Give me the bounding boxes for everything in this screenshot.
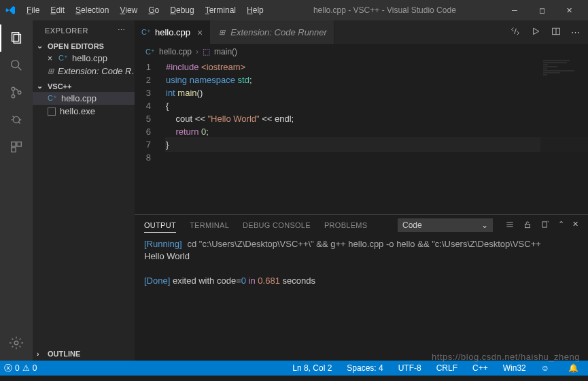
- search-icon[interactable]: [0, 52, 33, 79]
- status-errors[interactable]: ⓧ 0 ⚠ 0: [0, 361, 41, 376]
- ext-icon: ⊞: [217, 28, 226, 37]
- svg-marker-16: [534, 28, 539, 34]
- svg-rect-0: [12, 33, 19, 42]
- svg-rect-23: [542, 222, 547, 227]
- outline-header[interactable]: ›OUTLINE: [33, 348, 135, 359]
- status-target[interactable]: Win32: [499, 363, 530, 373]
- vscode-icon: [5, 5, 16, 16]
- svg-rect-1: [14, 35, 20, 44]
- more-icon[interactable]: ⋯: [118, 26, 126, 35]
- status-bar: ⓧ 0 ⚠ 0 Ln 8, Col 2 Spaces: 4 UTF-8 CRLF…: [0, 361, 588, 376]
- menu-edit[interactable]: Edit: [46, 3, 69, 18]
- svg-line-10: [13, 116, 15, 118]
- cpp-icon: C⁺: [145, 47, 155, 56]
- panel-tab-problems[interactable]: PROBLEMS: [324, 218, 368, 232]
- output-body[interactable]: [Running] cd "c:\Users\Z\Desktop\VSC++\"…: [135, 235, 588, 361]
- svg-rect-14: [12, 148, 16, 152]
- bottom-panel: OUTPUTTERMINALDEBUG CONSOLEPROBLEMS Code…: [135, 214, 588, 361]
- cpp-icon: C⁺: [141, 28, 151, 37]
- minimap[interactable]: [540, 59, 588, 214]
- status-encoding[interactable]: UTF-8: [394, 363, 426, 373]
- menu-help[interactable]: Help: [242, 3, 269, 18]
- split-icon[interactable]: [551, 26, 561, 39]
- svg-line-11: [18, 122, 20, 124]
- status-cursor[interactable]: Ln 8, Col 2: [288, 363, 336, 373]
- more-icon[interactable]: ⋯: [571, 27, 580, 37]
- status-language[interactable]: C++: [468, 363, 492, 373]
- minimize-button[interactable]: ─: [501, 0, 528, 20]
- editor-tab[interactable]: C⁺hello.cpp×: [135, 20, 210, 44]
- run-icon[interactable]: [530, 26, 541, 39]
- cpp-icon: C⁺: [48, 94, 57, 103]
- open-editor-item[interactable]: ×C⁺hello.cpp: [33, 52, 135, 65]
- svg-point-5: [12, 95, 15, 98]
- status-eol[interactable]: CRLF: [432, 363, 462, 373]
- status-spaces[interactable]: Spaces: 4: [343, 363, 387, 373]
- output-filter-select[interactable]: Code⌄: [398, 218, 493, 232]
- svg-point-4: [12, 87, 15, 90]
- open-editors-header[interactable]: ⌄OPEN EDITORS: [33, 40, 135, 52]
- chevron-down-icon: ⌄: [481, 220, 488, 230]
- explorer-icon[interactable]: [0, 24, 33, 52]
- close-icon[interactable]: ×: [48, 54, 52, 63]
- menu-terminal[interactable]: Terminal: [201, 3, 241, 18]
- compare-icon[interactable]: [510, 26, 521, 39]
- close-panel-icon[interactable]: ✕: [572, 220, 578, 231]
- svg-line-24: [548, 221, 549, 222]
- panel-tab-terminal[interactable]: TERMINAL: [190, 218, 229, 232]
- extensions-icon[interactable]: [0, 133, 33, 161]
- panel-tab-debug-console[interactable]: DEBUG CONSOLE: [243, 218, 311, 232]
- svg-point-2: [12, 61, 19, 68]
- symbol-icon: ⬚: [203, 47, 210, 56]
- svg-line-3: [18, 67, 22, 71]
- panel-tab-output[interactable]: OUTPUT: [144, 218, 176, 233]
- svg-rect-12: [12, 142, 16, 146]
- menu-selection[interactable]: Selection: [71, 3, 114, 18]
- source-control-icon[interactable]: [0, 79, 33, 106]
- file-item[interactable]: C⁺hello.cpp: [33, 92, 135, 105]
- editor-area: C⁺hello.cpp×⊞Extension: Code Runner ⋯ C⁺…: [135, 20, 588, 361]
- svg-rect-22: [525, 224, 530, 227]
- editor-tabs: C⁺hello.cpp×⊞Extension: Code Runner ⋯: [135, 20, 588, 44]
- menu-debug[interactable]: Debug: [165, 3, 198, 18]
- menu-view[interactable]: View: [115, 3, 142, 18]
- project-header[interactable]: ⌄VSC++: [33, 80, 135, 92]
- debug-icon[interactable]: [0, 106, 33, 133]
- status-bell-icon[interactable]: 🔔: [564, 363, 583, 373]
- lock-icon[interactable]: [523, 220, 532, 231]
- ext-icon: ⊞: [48, 67, 54, 76]
- activity-bar: [0, 20, 33, 361]
- cpp-icon: C⁺: [58, 54, 68, 63]
- menu-bar: FileEditSelectionViewGoDebugTerminalHelp: [22, 3, 269, 18]
- status-feedback-icon[interactable]: ☺: [537, 363, 553, 373]
- close-button[interactable]: ✕: [555, 0, 583, 20]
- sidebar-title: EXPLORER⋯: [33, 20, 135, 39]
- maximize-button[interactable]: ◻: [528, 0, 555, 20]
- editor-tab[interactable]: ⊞Extension: Code Runner: [210, 20, 334, 44]
- breadcrumb[interactable]: C⁺ hello.cpp › ⬚ main(): [135, 44, 588, 59]
- code-editor[interactable]: 12345678 #include <iostream>using namesp…: [135, 59, 588, 214]
- open-editor-item[interactable]: ⊞Extension: Code R…: [33, 65, 135, 78]
- svg-point-15: [14, 341, 18, 345]
- sidebar: EXPLORER⋯ ⌄OPEN EDITORS ×C⁺hello.cpp⊞Ext…: [33, 20, 135, 361]
- menu-file[interactable]: File: [22, 3, 44, 18]
- collapse-icon[interactable]: ⌃: [558, 220, 564, 231]
- settings-icon[interactable]: [0, 329, 33, 357]
- titlebar: FileEditSelectionViewGoDebugTerminalHelp…: [0, 0, 588, 20]
- close-icon[interactable]: ×: [197, 27, 203, 38]
- svg-rect-13: [17, 142, 21, 146]
- menu-go[interactable]: Go: [143, 3, 164, 18]
- exe-icon: [48, 107, 56, 116]
- file-item[interactable]: hello.exe: [33, 105, 135, 118]
- clear-icon[interactable]: [540, 220, 550, 231]
- list-icon[interactable]: [505, 220, 515, 231]
- window-title: hello.cpp - VSC++ - Visual Studio Code: [269, 5, 501, 15]
